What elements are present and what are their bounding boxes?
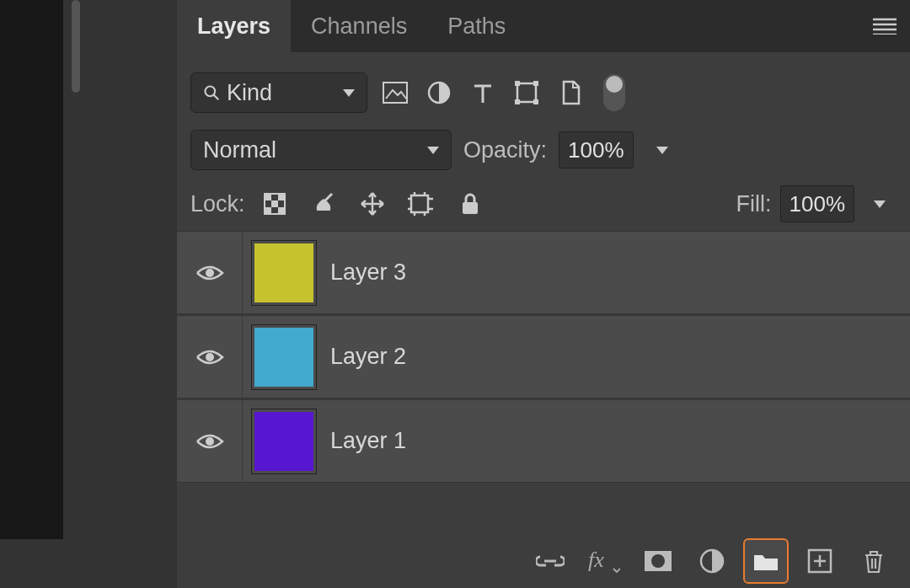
chevron-down-icon [427,147,439,154]
lock-label: Lock: [190,191,245,217]
link-icon[interactable] [527,538,573,584]
chevron-down-icon [656,147,668,154]
lock-row: Lock: Fill: 100% [177,177,910,231]
search-icon [203,84,220,101]
layer-row[interactable]: Layer 3 [177,231,910,314]
blend-mode-value: Normal [203,137,276,163]
svg-rect-16 [463,202,478,214]
group-icon[interactable] [743,538,789,584]
tab-paths[interactable]: Paths [427,0,526,52]
filter-row: Kind [177,52,910,123]
fx-icon[interactable]: fx [581,538,627,584]
svg-rect-4 [517,83,536,102]
shape-filter-icon[interactable] [511,77,543,109]
svg-rect-14 [278,207,285,214]
svg-rect-5 [515,81,520,86]
lock-position-icon[interactable] [356,188,388,220]
layer-thumbnail[interactable] [251,409,317,474]
svg-line-1 [214,95,219,100]
vertical-scrollbar[interactable] [72,0,80,93]
opacity-label: Opacity: [463,137,547,163]
filter-toggle[interactable] [603,74,625,111]
mask-icon[interactable] [635,538,681,584]
canvas-area[interactable] [0,0,63,539]
opacity-value[interactable]: 100% [559,131,634,168]
adjustment-filter-icon[interactable] [423,77,455,109]
smartobject-filter-icon[interactable] [554,77,586,109]
layer-name[interactable]: Layer 1 [330,428,406,454]
visibility-toggle[interactable] [177,232,243,313]
svg-rect-12 [271,200,278,207]
layer-row[interactable]: Layer 1 [177,399,910,483]
bottom-toolbar: fx [177,534,910,588]
lock-transparency-icon[interactable] [259,188,291,220]
panel-menu-icon[interactable] [873,18,897,35]
fill-value[interactable]: 100% [780,185,855,222]
visibility-toggle[interactable] [177,316,243,398]
toggle-knob [606,76,623,93]
lock-artboard-icon[interactable] [405,188,437,220]
svg-rect-11 [278,194,285,200]
blend-mode-dropdown[interactable]: Normal [190,130,452,170]
lock-pixels-icon[interactable] [308,188,340,220]
svg-point-0 [206,87,216,97]
image-filter-icon[interactable] [379,77,411,109]
layers-panel: Layers Channels Paths Kind [177,0,910,588]
svg-point-17 [206,269,214,277]
visibility-toggle[interactable] [177,400,243,482]
chevron-down-icon [874,200,886,208]
tab-layers[interactable]: Layers [177,0,291,52]
svg-rect-13 [265,207,271,214]
trash-icon[interactable] [851,538,897,584]
tab-channels[interactable]: Channels [291,0,427,52]
svg-rect-10 [265,194,271,200]
opacity-dropdown-button[interactable] [645,131,679,168]
chevron-down-icon [343,89,355,97]
eye-icon [195,347,224,367]
filter-kind-dropdown[interactable]: Kind [190,72,367,113]
svg-point-22 [651,554,665,568]
svg-rect-7 [515,99,520,104]
layer-thumbnail[interactable] [251,324,317,390]
panel-tabs: Layers Channels Paths [177,0,910,52]
svg-point-19 [206,437,214,446]
layer-thumbnail[interactable] [251,240,317,306]
layer-name[interactable]: Layer 2 [330,344,406,370]
layer-row[interactable]: Layer 2 [177,315,910,398]
svg-text:fx: fx [588,548,604,572]
eye-icon [195,263,224,283]
svg-rect-6 [533,81,538,86]
svg-rect-8 [533,99,538,104]
lock-all-icon[interactable] [454,188,486,220]
layers-list: Layer 3 Layer 2 Layer 1 [177,231,910,534]
adjustment-icon[interactable] [689,538,735,584]
type-filter-icon[interactable] [467,77,499,109]
eye-icon [195,431,224,452]
fill-label: Fill: [736,191,772,217]
filter-kind-label: Kind [227,80,272,106]
blend-row: Normal Opacity: 100% [177,123,910,177]
new-icon[interactable] [797,538,843,584]
layer-name[interactable]: Layer 3 [330,259,406,286]
fill-dropdown-button[interactable] [863,185,897,222]
svg-point-18 [206,353,214,361]
svg-rect-15 [411,195,428,212]
